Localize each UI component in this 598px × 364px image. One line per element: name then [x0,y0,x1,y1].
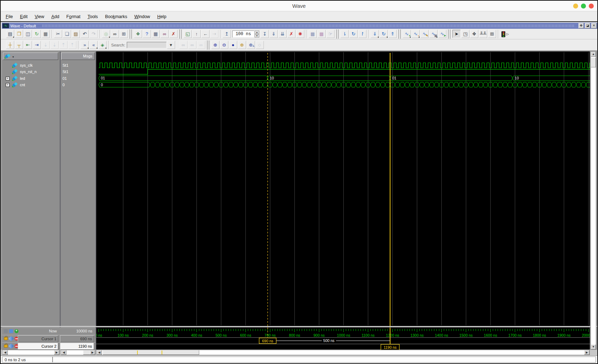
scroll-right-arrow[interactable]: ▶ [584,350,589,355]
goto-next-marker-button[interactable]: ↾ [358,30,366,38]
zoom-out-button[interactable]: ⊖ [220,41,228,49]
export-wave-button[interactable]: ∿➤ [438,30,446,38]
stop-light-button[interactable]: ▷ [500,31,509,37]
menu-bookmarks[interactable]: Bookmarks [102,13,131,20]
copy-button[interactable]: ❏ [63,30,71,38]
row-label[interactable]: Cursor 1 [18,335,58,342]
ruler-svg[interactable]: 0 ns100 ns200 ns300 ns400 ns500 ns600 ns… [96,327,590,350]
expand-icon[interactable]: + [6,77,10,81]
compile-all-button[interactable]: ❖ [134,30,142,38]
search-forward-button[interactable]: ∞ [188,41,196,49]
select-mode-button[interactable]: ➤ [452,30,461,38]
reload-button[interactable]: ↻ [33,30,41,38]
spin-down-icon[interactable]: ▼ [255,34,259,38]
titlebar[interactable]: Wave [1,1,597,11]
restart-button[interactable]: ↥ [223,30,231,38]
forward-button[interactable]: ⇢ [210,30,218,38]
scroll-left-arrow[interactable]: ◀ [2,350,8,355]
fold-button[interactable]: ◎▾ [102,30,110,38]
zoom-in-on-active-cursor-button[interactable]: ⊕ [238,41,246,49]
reload-markers-button[interactable]: ↻ [349,30,358,38]
undo-button[interactable]: ↶ [81,30,89,38]
dataflow-button[interactable]: ▩ [309,30,317,38]
scroll-right-arrow[interactable]: ▶ [90,350,95,355]
prev-transition-button[interactable]: ⇤ [24,41,32,49]
search-input[interactable] [127,42,167,48]
signal-tree-header[interactable]: ▾ [3,53,58,60]
open-file-button[interactable]: ❐ [15,30,23,38]
lock-icon[interactable] [4,337,8,340]
lock-icon[interactable] [4,344,8,348]
goto-line-button[interactable]: ⊞ [120,30,128,38]
edit-cursor-icon[interactable] [9,336,14,342]
chevron-down-icon[interactable]: ▾ [12,55,14,59]
stop-button[interactable]: ✺ [296,30,304,38]
paste-button[interactable]: ▨ [72,30,80,38]
undock-button[interactable]: ◪ [585,23,590,28]
delete-cursor-button[interactable]: ┬ [15,41,23,49]
edit-cursor-icon[interactable] [9,343,14,349]
cut-button[interactable]: ✂ [54,30,62,38]
print-button[interactable]: ▦ [42,30,50,38]
signal-values-panel[interactable]: Msgs St1St1010 [61,51,96,326]
menu-window[interactable]: Window [131,13,153,20]
wave-horizontal-scrollbar[interactable]: ◀ ▶ [96,350,590,355]
signal-value-row-sys_rst_n[interactable]: St1 [61,69,96,75]
waveform-canvas[interactable]: 011001100 [96,51,590,326]
signal-row-sys_clk[interactable]: sys_clk [2,62,60,69]
run-button[interactable]: ↧ [261,30,269,38]
close-light[interactable] [589,4,594,9]
search-dropdown-button[interactable]: ▾ [167,41,175,49]
vertical-scroll-thumb[interactable] [591,57,596,67]
scroll-right-arrow[interactable]: ▶ [54,350,59,355]
next-falling-edge-button[interactable]: ⇣ [50,41,59,49]
add-wave-button[interactable]: ∿+▾ [403,30,411,38]
zoom-mode-button[interactable]: ◳ [461,30,469,38]
search-options-button[interactable]: ∞ [197,41,205,49]
schematic-button[interactable]: ▩ [317,30,326,38]
pan-hand-button[interactable]: ☞ [326,30,335,38]
zoom-in-button[interactable]: ⊕ [211,41,219,49]
row-label[interactable]: Cursor 2 [18,343,58,350]
add-memory-button[interactable]: ▦ [152,30,160,38]
menu-format[interactable]: Format [63,13,84,20]
signal-value-row-sys_clk[interactable]: St1 [61,62,96,69]
redo-button[interactable]: ↷ [89,30,98,38]
find-button[interactable]: ∞ [111,30,119,38]
signal-names-panel[interactable]: ▾ sys_clksys_rst_n+led+cnt [2,51,60,326]
delete-wave-button[interactable]: ✗ [169,30,178,38]
pan-mode-button[interactable]: ✥ [470,30,478,38]
wave-pane-header[interactable]: ∿ Wave - Default ✥◪✕ [2,23,598,29]
scroll-left-arrow[interactable]: ◀ [61,350,66,355]
zoom-full-button[interactable]: ● [229,41,237,49]
minimize-light[interactable] [573,4,578,9]
up-scope-button[interactable]: ↑ [192,30,201,38]
scroll-up-arrow[interactable]: ▲ [591,52,596,57]
pane-drag-grip[interactable] [42,24,575,27]
signal-value-row-cnt[interactable]: 0 [61,82,96,88]
new-file-button[interactable]: ▤▾ [6,30,14,38]
menu-add[interactable]: Add [48,13,63,20]
back-button[interactable]: ← [201,30,210,38]
msgs-column-header[interactable]: Msgs [61,53,95,60]
menu-tools[interactable]: Tools [84,13,101,20]
menu-edit[interactable]: Edit [16,13,31,20]
next-transition-button[interactable]: ⇥ [33,41,41,49]
scroll-left-arrow[interactable]: ◀ [97,350,102,355]
move-cycle-button[interactable]: ↻▾ [380,30,388,38]
waveform-svg[interactable]: 011001100 [96,51,590,326]
examine-button[interactable]: ? [143,30,151,38]
zoom-between-cursors-button[interactable]: ⊕╨ [247,41,255,49]
move-up-button[interactable]: ⇑ [388,30,397,38]
find-in-sim-button[interactable]: ∞ [161,30,169,38]
signal-row-sys_rst_n[interactable]: sys_rst_n [2,69,60,75]
next-rising-edge-button[interactable]: ⇡ [68,41,76,49]
signal-row-led[interactable]: +led [2,76,60,82]
expand-icon[interactable]: + [6,83,10,87]
edit-wave-button[interactable]: ∿✎ [420,30,429,38]
expand-time-button[interactable]: «▾ [89,41,98,49]
save-button[interactable]: ◫ [24,30,32,38]
break-button[interactable]: ✗ [287,30,295,38]
values-scroll-thumb[interactable] [83,350,90,355]
now-row[interactable]: Now10000 ns [2,327,96,335]
